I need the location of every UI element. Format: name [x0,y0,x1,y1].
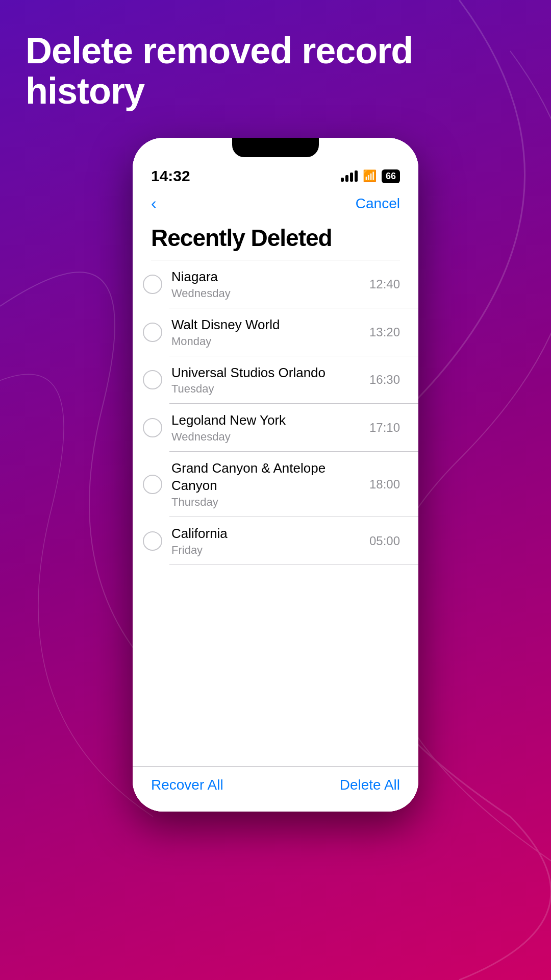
item-time: 17:10 [369,421,400,435]
item-content-disney: Walt Disney World Monday [171,316,369,348]
list-item[interactable]: California Friday 05:00 [133,517,418,565]
page-title: Delete removed record history [26,31,525,111]
status-icons: 📶 66 [341,169,400,183]
nav-bar: ‹ Cancel [133,189,418,219]
battery-icon: 66 [382,169,400,183]
list-item[interactable]: Universal Studios Orlando Tuesday 16:30 [133,356,418,404]
list-item[interactable]: Legoland New York Wednesday 17:10 [133,404,418,452]
select-radio-grandcanyon[interactable] [143,475,162,494]
screen-title-text: Recently Deleted [151,225,332,251]
recover-all-button[interactable]: Recover All [151,777,223,793]
item-content-legoland: Legoland New York Wednesday [171,412,369,444]
item-name: California [171,525,369,543]
signal-icon [341,170,358,182]
select-radio-legoland[interactable] [143,418,162,437]
item-content-california: California Friday [171,525,369,557]
item-time: 12:40 [369,277,400,291]
item-name: Niagara [171,268,369,286]
phone-mockup: 14:32 📶 66 ‹ Cancel Recently Deleted [133,138,418,812]
list-item[interactable]: Grand Canyon & Antelope Canyon Thursday … [133,452,418,517]
list-item[interactable]: Niagara Wednesday 12:40 [133,260,418,308]
item-name: Universal Studios Orlando [171,364,369,382]
item-day: Wednesday [171,430,369,444]
wifi-icon: 📶 [363,169,377,183]
select-radio-niagara[interactable] [143,275,162,294]
deleted-records-list[interactable]: Niagara Wednesday 12:40 Walt Disney Worl… [133,260,418,766]
cancel-button[interactable]: Cancel [356,195,400,212]
item-day: Wednesday [171,287,369,300]
item-content-niagara: Niagara Wednesday [171,268,369,300]
list-item[interactable]: Walt Disney World Monday 13:20 [133,308,418,356]
item-day: Monday [171,335,369,348]
item-content-grandcanyon: Grand Canyon & Antelope Canyon Thursday [171,460,369,509]
phone-screen: 14:32 📶 66 ‹ Cancel Recently Deleted [133,138,418,812]
dynamic-island [232,138,319,157]
item-day: Tuesday [171,382,369,396]
item-name: Legoland New York [171,412,369,429]
item-name: Walt Disney World [171,316,369,334]
item-time: 05:00 [369,534,400,548]
item-content-universal: Universal Studios Orlando Tuesday [171,364,369,396]
delete-all-button[interactable]: Delete All [340,777,400,793]
status-time: 14:32 [151,167,190,185]
item-time: 16:30 [369,373,400,387]
select-radio-disney[interactable] [143,323,162,342]
bottom-action-bar: Recover All Delete All [133,766,418,812]
item-day: Thursday [171,496,369,509]
item-time: 18:00 [369,477,400,492]
select-radio-universal[interactable] [143,370,162,389]
item-time: 13:20 [369,325,400,339]
item-day: Friday [171,544,369,557]
status-bar: 14:32 📶 66 [133,158,418,189]
back-button[interactable]: ‹ [151,194,157,213]
select-radio-california[interactable] [143,531,162,551]
item-name: Grand Canyon & Antelope Canyon [171,460,369,495]
screen-title-container: Recently Deleted [133,219,418,260]
